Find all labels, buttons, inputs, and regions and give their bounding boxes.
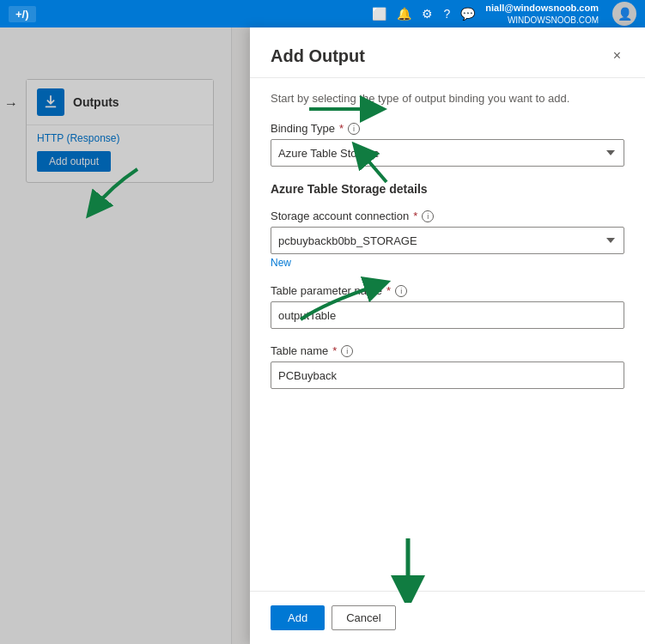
topbar-right: ⬜ 🔔 ⚙ ? 💬 niall@windowsnoob.com WINDOWSN…	[372, 2, 636, 26]
cancel-button[interactable]: Cancel	[332, 605, 395, 630]
table-param-info-icon[interactable]: i	[395, 285, 407, 297]
user-domain: WINDOWSNOOB.COM	[508, 15, 599, 26]
binding-type-label: Binding Type * i	[271, 122, 624, 135]
binding-type-select[interactable]: Azure Table Storage	[271, 139, 624, 167]
dialog-body: Start by selecting the type of output bi…	[250, 78, 645, 591]
dialog-title: Add Output	[271, 46, 365, 66]
dialog-subtitle: Start by selecting the type of output bi…	[271, 92, 624, 105]
settings-icon[interactable]: ⚙	[422, 7, 433, 21]
feedback-icon[interactable]: 💬	[460, 7, 475, 21]
table-param-group: Table parameter name * i	[271, 284, 624, 329]
storage-account-select[interactable]: pcbuybackb0bb_STORAGE	[271, 227, 624, 254]
table-name-input[interactable]	[271, 361, 624, 389]
required-star-4: *	[332, 344, 337, 357]
dialog-footer: Add Cancel	[250, 591, 645, 644]
storage-account-info-icon[interactable]: i	[422, 210, 434, 222]
avatar[interactable]: 👤	[612, 2, 636, 26]
topbar: +/) ⬜ 🔔 ⚙ ? 💬 niall@windowsnoob.com WIND…	[0, 0, 645, 27]
table-name-label: Table name * i	[271, 344, 624, 357]
dialog-panel: Add Output × Start by selecting the type…	[250, 27, 645, 644]
table-param-input[interactable]	[271, 301, 624, 329]
question-icon[interactable]: ?	[443, 7, 450, 21]
table-name-group: Table name * i	[271, 344, 624, 389]
section-title: Azure Table Storage details	[271, 182, 624, 196]
user-info: niall@windowsnoob.com WINDOWSNOOB.COM	[485, 2, 599, 25]
dialog-header: Add Output ×	[250, 27, 645, 78]
required-star: *	[339, 122, 344, 135]
add-button[interactable]: Add	[271, 605, 325, 630]
main-area: → Outputs HTTP (Response) Add output	[0, 27, 645, 644]
required-star-3: *	[386, 284, 391, 297]
new-connection-link[interactable]: New	[271, 257, 624, 269]
bell-icon[interactable]: 🔔	[397, 7, 411, 21]
username: niall@windowsnoob.com	[485, 2, 599, 14]
monitor-icon[interactable]: ⬜	[372, 7, 386, 21]
required-star-2: *	[413, 210, 417, 222]
binding-type-group: Binding Type * i Azure Table Storage	[271, 122, 624, 167]
binding-type-info-icon[interactable]: i	[348, 123, 360, 135]
breadcrumb[interactable]: +/)	[9, 6, 36, 22]
table-param-label: Table parameter name * i	[271, 284, 624, 297]
table-name-info-icon[interactable]: i	[341, 345, 353, 357]
storage-account-group: Storage account connection * i pcbuyback…	[271, 210, 624, 269]
storage-account-label: Storage account connection * i	[271, 210, 624, 222]
dialog-close-button[interactable]: ×	[610, 45, 624, 67]
